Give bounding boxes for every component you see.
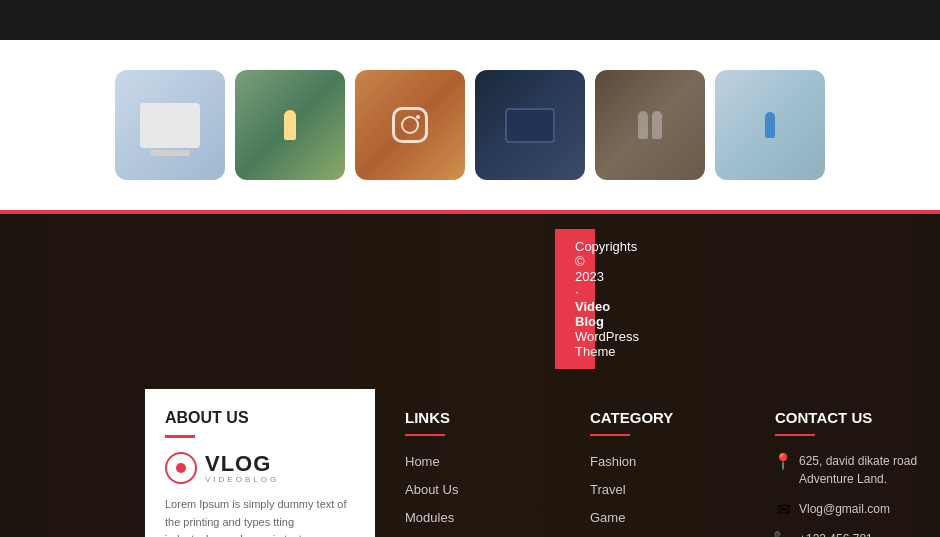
jump-person-icon <box>765 112 775 138</box>
footer: Copyrights © 2023 · Video Blog WordPress… <box>0 214 940 537</box>
list-item[interactable]: Fashion <box>590 452 735 470</box>
category-title: CATEGORY <box>590 409 735 426</box>
list-item[interactable]: Modules <box>405 508 550 526</box>
fashion-link[interactable]: Fashion <box>590 454 636 469</box>
vlog-circle-icon <box>165 452 197 484</box>
copyright-wrapper: Copyrights © 2023 · Video Blog WordPress… <box>235 229 705 369</box>
links-column: LINKS Home About Us Modules Pages Blogs … <box>375 389 570 537</box>
contact-title: CONTACT US <box>775 409 920 426</box>
category-red-underline <box>590 434 630 436</box>
vlog-logo: VLOG VIDEOBLOG <box>165 452 355 484</box>
links-title: LINKS <box>405 409 550 426</box>
gallery-item[interactable] <box>475 70 585 180</box>
list-item[interactable]: Game <box>590 508 735 526</box>
contact-phone-item: 📞 +123 456 781 +123 456 781 <box>775 530 920 537</box>
about-description: Lorem Ipsum is simply dummy text of the … <box>165 496 355 537</box>
couple-icon <box>638 111 662 139</box>
contact-address: 625, david dikate road Adventure Land. <box>799 452 920 488</box>
links-red-underline <box>405 434 445 436</box>
about-us-column: ABOUT US VLOG VIDEOBLOG Lorem Ipsum is s… <box>145 389 375 537</box>
list-item[interactable]: Travel <box>590 480 735 498</box>
screen-icon <box>505 108 555 143</box>
contact-address-item: 📍 625, david dikate road Adventure Land. <box>775 452 920 488</box>
about-link[interactable]: About Us <box>405 482 458 497</box>
brand-name: Video Blog <box>575 299 610 329</box>
gallery-item[interactable] <box>595 70 705 180</box>
category-list: Fashion Travel Game Technology Recipes S… <box>590 452 735 537</box>
contact-email: Vlog@gmail.com <box>799 500 890 518</box>
gallery-item[interactable] <box>115 70 225 180</box>
footer-columns: ABOUT US VLOG VIDEOBLOG Lorem Ipsum is s… <box>0 369 940 537</box>
copyright-text: Copyrights © 2023 · <box>575 239 637 299</box>
contact-phones: +123 456 781 +123 456 781 <box>799 530 873 537</box>
gallery-item[interactable] <box>715 70 825 180</box>
bridge-person-icon <box>284 110 296 140</box>
vlog-brand-name: VLOG <box>205 453 279 475</box>
copyright-bar: Copyrights © 2023 · Video Blog WordPress… <box>555 229 595 369</box>
instagram-gallery <box>0 40 940 210</box>
phone1: +123 456 781 <box>799 532 873 537</box>
vlog-sub-label: VIDEOBLOG <box>205 475 279 484</box>
gallery-item[interactable] <box>355 70 465 180</box>
top-dark-bar <box>0 0 940 40</box>
gallery-item[interactable] <box>235 70 345 180</box>
footer-top-row: Copyrights © 2023 · Video Blog WordPress… <box>0 214 940 369</box>
contact-email-item: ✉ Vlog@gmail.com <box>775 500 920 518</box>
modules-link[interactable]: Modules <box>405 510 454 525</box>
travel-link[interactable]: Travel <box>590 482 626 497</box>
copyright-suffix: WordPress Theme <box>575 329 639 359</box>
instagram-icon <box>392 107 428 143</box>
phone-icon: 📞 <box>775 531 791 537</box>
links-list: Home About Us Modules Pages Blogs Contac… <box>405 452 550 537</box>
home-link[interactable]: Home <box>405 454 440 469</box>
category-column: CATEGORY Fashion Travel Game Technology … <box>570 389 755 537</box>
location-pin-icon: 📍 <box>775 453 791 469</box>
vlog-text-group: VLOG VIDEOBLOG <box>205 453 279 484</box>
desk-icon <box>140 103 200 148</box>
vlog-dot <box>176 463 186 473</box>
about-red-underline <box>165 435 195 438</box>
game-link[interactable]: Game <box>590 510 625 525</box>
contact-column: CONTACT US 📍 625, david dikate road Adve… <box>755 389 940 537</box>
email-icon: ✉ <box>775 501 791 517</box>
list-item[interactable]: About Us <box>405 480 550 498</box>
list-item[interactable]: Home <box>405 452 550 470</box>
about-title: ABOUT US <box>165 409 355 427</box>
contact-red-underline <box>775 434 815 436</box>
